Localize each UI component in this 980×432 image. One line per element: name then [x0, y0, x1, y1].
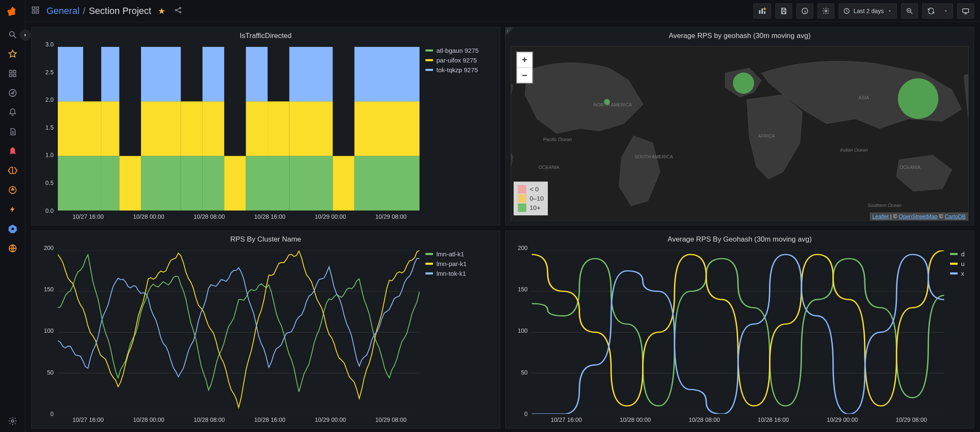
compass-icon[interactable] — [7, 87, 19, 99]
legend: atl-bgaun 9275par-uifox 9275tok-tqkzp 92… — [424, 42, 500, 225]
star-icon[interactable] — [7, 48, 19, 60]
svg-rect-3 — [13, 71, 16, 73]
svg-rect-15 — [32, 11, 35, 14]
document-icon[interactable] — [7, 126, 19, 138]
main: General / Section Project ★ Last 2 days — [25, 0, 980, 432]
svg-rect-37 — [101, 156, 119, 210]
zoom-out-button[interactable] — [901, 3, 918, 19]
apps-icon[interactable] — [7, 68, 19, 79]
map-point-u[interactable] — [733, 73, 754, 94]
share-icon[interactable] — [174, 6, 182, 16]
chart-traffic[interactable]: 0.00.51.01.52.02.53.0 10/27 16:0010/28 0… — [34, 44, 421, 223]
panel-title: Average RPS By Geohash (30m moving avg) — [506, 231, 974, 245]
svg-point-7 — [12, 147, 14, 149]
svg-rect-35 — [83, 156, 101, 210]
svg-rect-49 — [224, 156, 246, 210]
svg-rect-21 — [762, 8, 763, 14]
legend-item[interactable]: atl-bgaun 9275 — [425, 47, 495, 54]
legend-item[interactable]: tok-tqkzp 9275 — [425, 66, 495, 73]
panel-info-corner[interactable]: i — [506, 27, 514, 36]
sidebar — [0, 0, 25, 432]
kubernetes-icon[interactable] — [7, 223, 19, 235]
panel-rps-geohash[interactable]: Average RPS By Geohash (30m moving avg) … — [505, 231, 974, 429]
globe-icon[interactable] — [7, 242, 19, 254]
map-zoom-out-button[interactable]: − — [517, 68, 532, 83]
osm-link[interactable]: OpenStreetMap — [899, 213, 938, 220]
map-attribution: Leaflet | © OpenStreetMap © CartoDB — [870, 212, 968, 220]
search-icon[interactable] — [7, 29, 19, 41]
svg-point-17 — [176, 9, 177, 11]
svg-rect-2 — [9, 71, 12, 73]
legend-item[interactable]: lmn-par-k1 — [425, 260, 495, 267]
legend-item[interactable]: lmn-atl-k1 — [425, 250, 495, 258]
map-point-d[interactable] — [604, 99, 610, 105]
info-button[interactable] — [796, 3, 813, 19]
topbar: General / Section Project ★ Last 2 days — [25, 0, 980, 22]
refresh-button[interactable] — [922, 3, 939, 19]
bolt-icon[interactable] — [7, 204, 19, 215]
tv-mode-button[interactable] — [957, 3, 974, 19]
oncall-icon[interactable] — [7, 184, 19, 196]
refresh-interval-button[interactable] — [939, 3, 953, 19]
svg-line-1 — [14, 36, 16, 38]
svg-rect-13 — [32, 7, 35, 10]
svg-point-26 — [825, 10, 827, 12]
legend-item[interactable]: u — [950, 260, 969, 267]
svg-rect-40 — [119, 156, 141, 210]
svg-point-10 — [11, 228, 14, 230]
svg-rect-61 — [355, 47, 420, 101]
svg-rect-55 — [289, 156, 333, 210]
brain-icon[interactable] — [7, 165, 19, 177]
svg-point-19 — [180, 11, 181, 13]
breadcrumb-sep: / — [83, 5, 85, 16]
svg-rect-46 — [203, 156, 224, 210]
panel-title: RPS By Cluster Name — [32, 231, 500, 245]
svg-rect-56 — [289, 101, 333, 156]
carto-link[interactable]: CartoDB — [945, 213, 966, 220]
map-legend-row: < 0 — [518, 185, 544, 193]
panel-map[interactable]: i Average RPS by geohash (30m moving avg… — [505, 27, 974, 226]
panel-rps-cluster[interactable]: RPS By Cluster Name 050100150200 10/27 1… — [31, 231, 500, 429]
favorite-star-icon[interactable]: ★ — [158, 6, 165, 16]
svg-rect-58 — [333, 156, 354, 210]
panel-title: IsTrafficDirected — [32, 27, 500, 42]
leaflet-link[interactable]: Leaflet — [872, 213, 889, 220]
alert-icon[interactable] — [7, 145, 19, 157]
svg-rect-14 — [36, 7, 39, 10]
legend: dux — [948, 245, 974, 429]
svg-rect-36 — [83, 101, 101, 156]
svg-rect-43 — [141, 47, 181, 101]
svg-rect-24 — [763, 8, 766, 9]
settings-icon[interactable] — [7, 415, 19, 427]
panel-traffic[interactable]: IsTrafficDirected 0.00.51.01.52.02.53.0 … — [31, 27, 500, 226]
panel-title: Average RPS by geohash (30m moving avg) — [506, 27, 974, 42]
breadcrumb-root[interactable]: General — [46, 5, 79, 16]
legend: lmn-atl-k1lmn-par-k1lmn-tok-k1 — [424, 245, 500, 429]
map-zoom-controls: + − — [516, 52, 533, 84]
map-zoom-in-button[interactable]: + — [517, 52, 532, 68]
svg-rect-50 — [246, 156, 268, 210]
svg-rect-16 — [36, 11, 39, 14]
legend-item[interactable]: d — [950, 250, 969, 258]
chart-rps-cluster[interactable]: 050100150200 10/27 16:0010/28 00:0010/28… — [34, 248, 421, 427]
map-point-x[interactable] — [898, 78, 938, 119]
add-panel-button[interactable] — [753, 3, 771, 19]
grafana-logo[interactable] — [5, 4, 20, 19]
svg-rect-53 — [268, 156, 289, 210]
svg-rect-32 — [58, 156, 83, 210]
legend-item[interactable]: par-uifox 9275 — [425, 57, 495, 64]
bell-icon[interactable] — [7, 106, 19, 118]
chart-rps-geohash[interactable]: 050100150200 10/27 16:0010/28 00:0010/28… — [508, 248, 946, 427]
sidebar-expand-button[interactable] — [20, 30, 31, 41]
svg-rect-47 — [203, 101, 224, 156]
svg-rect-33 — [58, 101, 83, 156]
settings-button[interactable] — [818, 3, 834, 19]
dashboard-icon — [31, 6, 40, 16]
svg-rect-51 — [246, 101, 268, 156]
legend-item[interactable]: x — [950, 270, 969, 277]
svg-point-18 — [180, 7, 181, 8]
legend-item[interactable]: lmn-tok-k1 — [425, 270, 495, 277]
time-range-button[interactable]: Last 2 days — [839, 3, 897, 19]
save-button[interactable] — [775, 3, 792, 19]
geomap[interactable]: NORTH AMERICA SOUTH AMERICA AFRICA ASIA … — [511, 46, 969, 221]
